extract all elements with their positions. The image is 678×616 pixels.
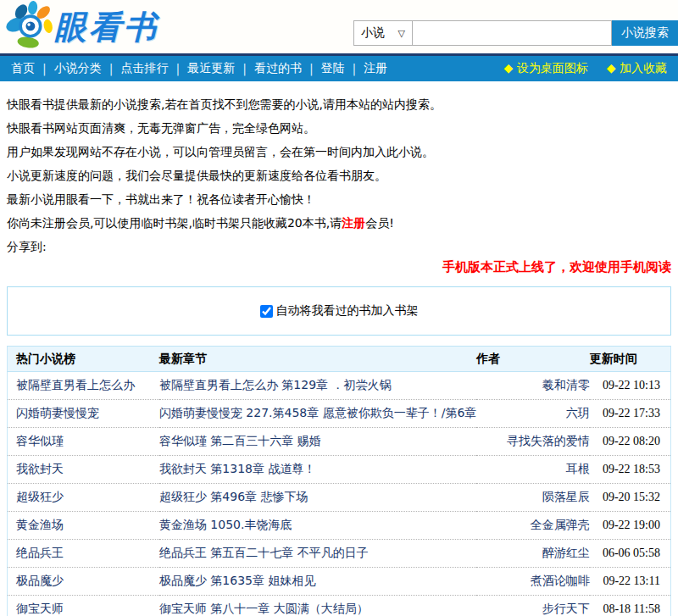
chapter-link[interactable]: 黄金渔场 1050.丰饶海底 — [159, 518, 292, 531]
nav-separator — [353, 62, 357, 75]
intro-paragraph: 用户如果发现网站不存在小说，可以向管理员留言，会在第一时间内加入此小说。 — [7, 140, 671, 164]
table-row: 黄金渔场 黄金渔场 1050.丰饶海底 全金属弹壳 09-22 19:00 — [8, 512, 671, 540]
member-note: 你尚未注册会员,可以使用临时书架,临时书架只能收藏20本书,请注册会员! — [7, 211, 671, 235]
main-nav: 首页 小说分类 点击排行 最近更新 看过的书 登陆 注册 ◆ 设为桌面图标 ◆ … — [0, 56, 678, 81]
member-note-suffix: 会员! — [365, 216, 394, 230]
author-link[interactable]: 六玥 — [566, 406, 590, 419]
nav-right-links: ◆ 设为桌面图标 ◆ 加入收藏 — [502, 61, 670, 76]
auto-bookshelf-panel: 自动将我看过的书加入书架 — [7, 286, 671, 336]
site-logo-text: 眼看书 — [54, 3, 158, 52]
author-link[interactable]: 耳根 — [566, 462, 590, 475]
novel-link[interactable]: 极品魔少 — [16, 574, 64, 587]
author-link[interactable]: 陨落星辰 — [542, 490, 590, 503]
table-row: 我欲封天 我欲封天 第1318章 战道尊！ 耳根 09-22 18:53 — [8, 456, 671, 484]
header-update-time: 更新时间 — [590, 347, 671, 372]
nav-item-categories[interactable]: 小说分类 — [54, 61, 102, 76]
search-button[interactable]: 小说搜索 — [612, 20, 678, 46]
chapter-link[interactable]: 被隔壁直男看上怎么办 第129章 ．初尝火锅 — [159, 378, 392, 391]
nav-item-recent-updates[interactable]: 最近更新 — [187, 61, 235, 76]
header-hot-novels: 热门小说榜 — [8, 347, 159, 372]
nav-item-login[interactable]: 登陆 — [321, 61, 345, 76]
update-time: 09-22 10:13 — [590, 372, 671, 400]
table-row: 被隔壁直男看上怎么办 被隔壁直男看上怎么办 第129章 ．初尝火锅 羲和清零 0… — [8, 372, 671, 400]
nav-separator — [309, 62, 314, 75]
nav-separator — [175, 62, 180, 75]
intro-section: 快眼看书提供最新的小说搜索,若在首页找不到您需要的小说,请用本站的站内搜索。 快… — [0, 81, 678, 616]
author-link[interactable]: 全金属弹壳 — [531, 518, 590, 531]
search-category-value: 小说 — [361, 25, 385, 41]
chapter-link[interactable]: 超级狂少 第496章 悲惨下场 — [159, 490, 308, 503]
author-link[interactable]: 步行天下 — [542, 602, 590, 615]
register-link[interactable]: 注册 — [342, 216, 365, 230]
auto-bookshelf-checkbox[interactable] — [260, 305, 273, 318]
add-favorites-link[interactable]: ◆ 加入收藏 — [607, 61, 667, 76]
novel-link[interactable]: 容华似瑾 — [16, 434, 64, 447]
header-author: 作者 — [476, 347, 589, 372]
nav-item-read-books[interactable]: 看过的书 — [254, 61, 302, 76]
set-desktop-icon-link[interactable]: ◆ 设为桌面图标 — [504, 61, 588, 76]
auto-bookshelf-label: 自动将我看过的书加入书架 — [276, 303, 419, 319]
table-row: 极品魔少 极品魔少 第1635章 姐妹相见 煮酒论咖啡 09-22 13:11 — [8, 568, 671, 596]
search-category-select[interactable]: 小说 ▽ — [353, 20, 413, 46]
dropdown-arrow-icon: ▽ — [398, 28, 405, 39]
search-input[interactable] — [413, 20, 612, 46]
chapter-link[interactable]: 我欲封天 第1318章 战道尊！ — [159, 462, 316, 475]
novel-link[interactable]: 闪婚萌妻慢慢宠 — [16, 406, 99, 419]
search-bar: 小说 ▽ 小说搜索 — [353, 20, 678, 46]
update-time: 09-22 08:20 — [590, 428, 671, 456]
novel-link[interactable]: 绝品兵王 — [16, 546, 64, 559]
novel-link[interactable]: 超级狂少 — [16, 490, 64, 503]
member-note-prefix: 你尚未注册会员,可以使用临时书架,临时书架只能收藏20本书,请 — [7, 216, 342, 230]
nav-separator — [42, 62, 47, 75]
share-label: 分享到: — [7, 236, 671, 257]
update-time: 09-22 18:53 — [590, 456, 671, 484]
nav-item-register[interactable]: 注册 — [364, 61, 387, 76]
mobile-version-notice: 手机版本正式上线了，欢迎使用手机阅读 — [7, 258, 671, 275]
hot-novels-table: 热门小说榜 最新章节 作者 更新时间 被隔壁直男看上怎么办 被隔壁直男看上怎么办… — [7, 346, 671, 616]
author-link[interactable]: 羲和清零 — [542, 378, 590, 391]
nav-separator — [109, 62, 114, 75]
chapter-link[interactable]: 极品魔少 第1635章 姐妹相见 — [159, 574, 316, 587]
novel-link[interactable]: 我欲封天 — [16, 462, 64, 475]
intro-paragraph: 快眼看书网站页面清爽，无毒无弹窗广告，完全绿色网站。 — [7, 116, 671, 140]
table-row: 闪婚萌妻慢慢宠 闪婚萌妻慢慢宠 227.第458章 愿意被你欺负一辈子！/第6章… — [8, 400, 671, 428]
table-row: 容华似瑾 容华似瑾 第二百三十六章 赐婚 寻找失落的爱情 09-22 08:20 — [8, 428, 671, 456]
update-time: 08-18 11:58 — [590, 596, 671, 616]
update-time: 06-06 05:58 — [590, 540, 671, 568]
update-time: 09-20 15:32 — [590, 484, 671, 512]
table-row: 超级狂少 超级狂少 第496章 悲惨下场 陨落星辰 09-20 15:32 — [8, 484, 671, 512]
intro-paragraph: 最新小说用眼看一下，书就出来了！祝各位读者开心愉快！ — [7, 187, 671, 211]
site-logo[interactable]: 眼看书 — [5, 1, 158, 53]
novel-link[interactable]: 黄金渔场 — [16, 518, 64, 531]
intro-paragraph: 快眼看书提供最新的小说搜索,若在首页找不到您需要的小说,请用本站的站内搜索。 — [7, 92, 671, 116]
intro-paragraph: 小说更新速度的问题，我们会尽量提供最快的更新速度给各位看书朋友。 — [7, 164, 671, 187]
header-latest-chapter: 最新章节 — [159, 347, 476, 372]
table-header-row: 热门小说榜 最新章节 作者 更新时间 — [8, 347, 671, 372]
nav-item-click-ranking[interactable]: 点击排行 — [120, 61, 168, 76]
novel-link[interactable]: 被隔壁直男看上怎么办 — [16, 378, 135, 391]
novel-link[interactable]: 御宝天师 — [16, 602, 64, 615]
chapter-link[interactable]: 容华似瑾 第二百三十六章 赐婚 — [159, 434, 321, 447]
page-header: 眼看书 小说 ▽ 小说搜索 — [0, 0, 678, 53]
update-time: 09-22 19:00 — [590, 512, 671, 540]
eye-logo-icon — [5, 1, 54, 53]
author-link[interactable]: 煮酒论咖啡 — [531, 574, 590, 587]
nav-item-home[interactable]: 首页 — [11, 61, 35, 76]
table-row: 绝品兵王 绝品兵王 第五百二十七章 不平凡的日子 醉游红尘 06-06 05:5… — [8, 540, 671, 568]
chapter-link[interactable]: 闪婚萌妻慢慢宠 227.第458章 愿意被你欺负一辈子！/第6章 — [159, 406, 476, 419]
update-time: 09-22 17:33 — [590, 400, 671, 428]
table-row: 御宝天师 御宝天师 第八十一章 大圆满（大结局） 步行天下 08-18 11:5… — [8, 596, 671, 616]
author-link[interactable]: 醉游红尘 — [542, 546, 590, 559]
nav-separator — [242, 62, 247, 75]
update-time: 09-22 13:11 — [590, 568, 671, 596]
author-link[interactable]: 寻找失落的爱情 — [507, 434, 590, 447]
chapter-link[interactable]: 绝品兵王 第五百二十七章 不平凡的日子 — [159, 546, 369, 559]
chapter-link[interactable]: 御宝天师 第八十一章 大圆满（大结局） — [159, 602, 369, 615]
